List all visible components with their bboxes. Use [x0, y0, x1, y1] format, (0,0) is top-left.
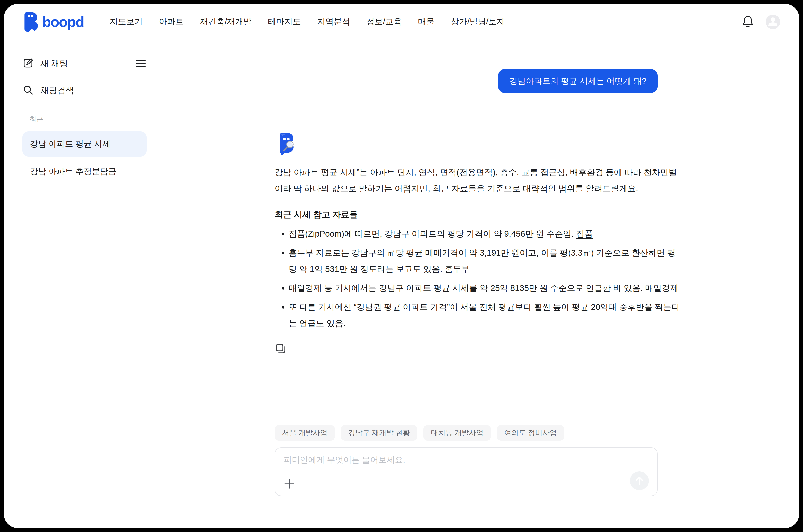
brand-logo-icon — [23, 12, 38, 32]
arrow-up-icon — [634, 475, 645, 487]
nav-item[interactable]: 재건축/재개발 — [200, 16, 252, 27]
nav-item[interactable]: 테마지도 — [268, 16, 301, 27]
suggestion-chip[interactable]: 강남구 재개발 현황 — [341, 425, 417, 440]
nav-item[interactable]: 정보/교육 — [366, 16, 401, 27]
nav-item[interactable]: 지역분석 — [317, 16, 350, 27]
person-icon — [766, 15, 780, 29]
source-link[interactable]: 매일경제 — [645, 283, 678, 292]
chat-search-label: 채팅검색 — [40, 85, 74, 96]
bullet-text: 홈두부 자료로는 강남구의 ㎡당 평균 매매가격이 약 3,191만 원이고, … — [289, 248, 676, 274]
user-message-bubble: 강남아파트의 평균 시세는 어떻게 돼? — [498, 69, 658, 93]
recent-section-label: 최근 — [29, 114, 147, 124]
device-frame: boopd 지도보기아파트재건축/재개발테마지도지역분석정보/교육매물상가/빌딩… — [0, 0, 803, 532]
profile-avatar[interactable] — [766, 15, 780, 29]
suggestion-chips: 서울 개발사업강남구 재개발 현황대치동 개발사업여의도 정비사업 — [275, 425, 658, 440]
source-link[interactable]: 집품 — [576, 229, 593, 239]
app-window: boopd 지도보기아파트재건축/재개발테마지도지역분석정보/교육매물상가/빌딩… — [4, 4, 799, 528]
source-bullet: 또 다른 기사에선 “강남권 평균 아파트 가격”이 서울 전체 평균보다 훨씬… — [289, 299, 681, 331]
chat-history-list: 강남 아파트 평균 시세강남 아파트 추정분담금 — [22, 131, 147, 184]
source-link[interactable]: 홈두부 — [444, 265, 470, 274]
attach-button[interactable] — [284, 478, 295, 490]
top-nav-bar: boopd 지도보기아파트재건축/재개발테마지도지역분석정보/교육매물상가/빌딩… — [4, 4, 799, 40]
suggestion-chip[interactable]: 서울 개발사업 — [275, 425, 335, 440]
assistant-avatar-icon — [275, 151, 297, 155]
bullet-text: 또 다른 기사에선 “강남권 평균 아파트 가격”이 서울 전체 평균보다 훨씬… — [289, 302, 680, 328]
sources-list: 집품(ZipPoom)에 따르면, 강남구 아파트의 평당 가격이 약 9,45… — [275, 226, 681, 331]
assistant-message: 강남 아파트 평균 시세”는 아파트 단지, 연식, 면적(전용면적), 층수,… — [275, 132, 681, 355]
nav-item[interactable]: 아파트 — [159, 16, 184, 27]
suggestion-chip[interactable]: 여의도 정비사업 — [497, 425, 564, 440]
composer-area: 서울 개발사업강남구 재개발 현황대치동 개발사업여의도 정비사업 — [275, 425, 658, 528]
nav-item[interactable]: 매물 — [418, 16, 435, 27]
brand-logo[interactable]: boopd — [23, 12, 84, 32]
compose-icon — [22, 57, 34, 70]
sources-heading: 최근 시세 참고 자료들 — [275, 209, 681, 220]
chat-main: 강남아파트의 평균 시세는 어떻게 돼? — [159, 40, 799, 528]
new-chat-label: 새 채팅 — [40, 58, 68, 69]
source-bullet: 집품(ZipPoom)에 따르면, 강남구 아파트의 평당 가격이 약 9,45… — [289, 226, 681, 242]
chat-sidebar: 새 채팅 — [4, 40, 159, 528]
chat-search-button[interactable]: 채팅검색 — [22, 82, 147, 98]
suggestion-chip[interactable]: 대치동 개발사업 — [423, 425, 491, 440]
nav-item[interactable]: 상가/빌딩/토지 — [451, 16, 505, 27]
message-composer — [275, 448, 658, 496]
message-input[interactable] — [284, 454, 649, 471]
bell-icon — [741, 15, 754, 28]
body-row: 새 채팅 — [4, 40, 799, 528]
bullet-text: 매일경제 등 기사에서는 강남구 아파트 평균 시세를 약 25억 8135만 … — [289, 283, 645, 292]
bullet-text: 집품(ZipPoom)에 따르면, 강남구 아파트의 평당 가격이 약 9,45… — [289, 229, 576, 239]
sidebar-menu-button[interactable] — [135, 58, 147, 69]
notifications-button[interactable] — [741, 15, 754, 28]
new-chat-button[interactable]: 새 채팅 — [22, 56, 147, 72]
nav-item[interactable]: 지도보기 — [110, 16, 143, 27]
conversation: 강남아파트의 평균 시세는 어떻게 돼? — [275, 69, 658, 425]
source-bullet: 매일경제 등 기사에서는 강남구 아파트 평균 시세를 약 25억 8135만 … — [289, 280, 681, 296]
plus-icon — [284, 478, 295, 490]
sidebar-chat-item[interactable]: 강남 아파트 추정분담금 — [22, 158, 147, 184]
user-message-row: 강남아파트의 평균 시세는 어떻게 돼? — [275, 69, 658, 93]
copy-icon — [275, 343, 287, 355]
composer-toolbar — [284, 471, 649, 490]
copy-response-button[interactable] — [275, 343, 287, 355]
header-right — [741, 15, 780, 29]
search-icon — [22, 84, 34, 97]
assistant-intro-text: 강남 아파트 평균 시세”는 아파트 단지, 연식, 면적(전용면적), 층수,… — [275, 164, 681, 197]
main-nav: 지도보기아파트재건축/재개발테마지도지역분석정보/교육매물상가/빌딩/토지 — [110, 16, 505, 27]
brand-wordmark: boopd — [42, 14, 84, 30]
send-button[interactable] — [630, 471, 649, 490]
source-bullet: 홈두부 자료로는 강남구의 ㎡당 평균 매매가격이 약 3,191만 원이고, … — [289, 245, 681, 278]
sidebar-chat-item[interactable]: 강남 아파트 평균 시세 — [22, 131, 147, 157]
